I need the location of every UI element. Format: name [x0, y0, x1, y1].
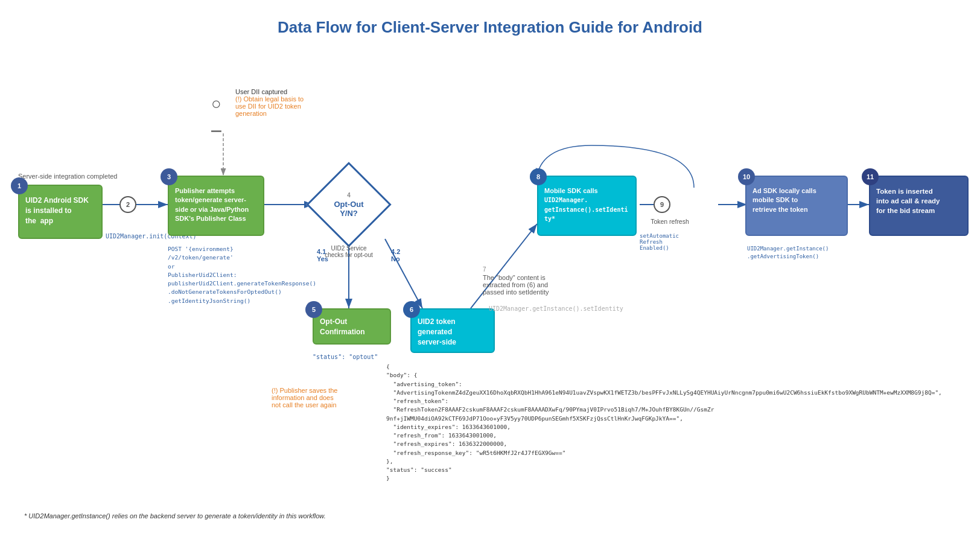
json-code-block: {"body": { "advertising_token": "Adverti… [386, 363, 942, 483]
box8-text: Mobile SDK calls UID2Manager.getInstance… [544, 186, 629, 224]
box11-text: Token is insertedinto ad call & readyfor… [876, 186, 961, 215]
box-3: 3 Publisher attemptstoken/generate serve… [168, 176, 264, 236]
box-6: 6 UID2 tokengeneratedserver-side [410, 308, 495, 353]
footer-note: * UID2Manager.getInstance() relies on th… [24, 512, 326, 520]
badge-9: 9 [654, 196, 670, 213]
badge-5: 5 [305, 301, 322, 318]
box-8: 8 Mobile SDK calls UID2Manager.getInstan… [537, 176, 637, 236]
no-label: 4.2No [391, 248, 400, 262]
set-identity-code: UID2Manager.getInstance().setIdentity [489, 305, 623, 312]
token-refresh-label: Token refresh [646, 218, 694, 225]
optout-code: "status": "optout" [313, 354, 378, 360]
badge-6: 6 [403, 301, 420, 318]
diagram: Server-side integration completed 1 UID2… [12, 55, 968, 526]
badge-11: 11 [862, 168, 879, 185]
badge-2: 2 [119, 196, 136, 213]
publisher-saves: (!) Publisher saves theinformation and d… [272, 387, 392, 408]
box-4-container: 4 Opt-OutY/N? [313, 168, 385, 241]
badge-8: 8 [530, 168, 547, 185]
user-dii-annotation: User DII captured (!) Obtain legal basis… [235, 88, 304, 117]
box5-text: Opt-OutConfirmation [320, 317, 384, 337]
get-advertising-token-code: UID2Manager.getInstance().getAdvertising… [747, 245, 829, 260]
badge-1: 1 [11, 177, 28, 194]
box10-text: Ad SDK locally callsmobile SDK toretriev… [752, 186, 841, 214]
yes-label: 4.1Yes [317, 248, 328, 262]
step7-annotation: 7 The "body" content isextracted from (6… [483, 266, 591, 296]
box6-text: UID2 tokengeneratedserver-side [418, 317, 488, 347]
badge-10: 10 [738, 168, 755, 185]
badge-3: 3 [161, 168, 177, 185]
page-title: Data Flow for Client-Server Integration … [12, 18, 968, 37]
post-code-annotation: POST '{environment}/v2/token/generate'or… [168, 245, 316, 305]
server-side-annotation: Server-side integration completed [18, 173, 117, 180]
box-4-text: 4 Opt-OutY/N? [313, 168, 385, 241]
person-icon: ○⎯ [211, 94, 221, 133]
box3-text: Publisher attemptstoken/generate server-… [175, 186, 257, 224]
box-1: 1 UID2 Android SDKis installed tothe app [18, 185, 103, 239]
box-5: 5 Opt-OutConfirmation [313, 308, 391, 345]
box-11: 11 Token is insertedinto ad call & ready… [869, 176, 969, 236]
box-10: 10 Ad SDK locally callsmobile SDK toretr… [745, 176, 848, 236]
box1-text: UID2 Android SDKis installed tothe app [25, 195, 95, 226]
page-container: Data Flow for Client-Server Integration … [0, 0, 980, 534]
setautomatic-code: setAutomaticRefreshEnabled() [640, 233, 679, 251]
